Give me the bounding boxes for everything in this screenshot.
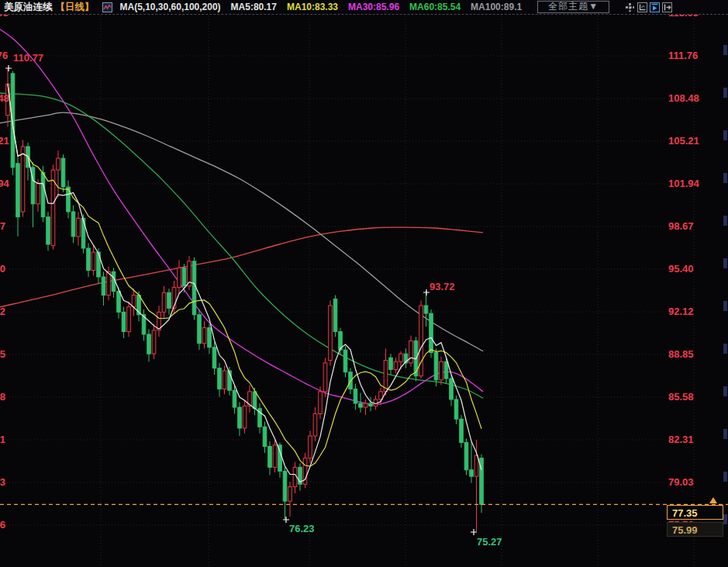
right-edge-tick <box>723 216 727 226</box>
swing-annotation: 75.27 <box>477 536 502 548</box>
axis-price-label: 95.40 <box>668 263 694 275</box>
axis-price-label: 85.58 <box>668 391 694 403</box>
price-up-arrow-icon <box>709 497 717 503</box>
right-edge-tick <box>723 258 727 268</box>
axis-price-label-clipped: 79.03 <box>0 476 5 489</box>
swing-annotation: 76.23 <box>289 523 315 534</box>
axis-price-label: 105.21 <box>668 135 699 147</box>
axis-price-label-clipped: 108.48 <box>0 92 5 105</box>
theme-select-button[interactable]: 全部主题▼ <box>537 1 609 13</box>
axis-price-label-clipped: 111.76 <box>0 50 5 62</box>
ma-line-ma200 <box>0 227 483 307</box>
right-edge-tick <box>723 45 727 55</box>
axis-price-label: 111.76 <box>668 50 698 62</box>
ma-value-label: MA100:89.1 <box>471 2 522 12</box>
axis-price-label: 98.67 <box>668 220 694 233</box>
right-edge-tick <box>723 88 727 98</box>
right-edge-tick <box>723 344 727 354</box>
axis-price-label-clipped: 98.67 <box>0 220 5 233</box>
axis-scale-icon[interactable] <box>637 2 647 12</box>
line-chart-icon[interactable] <box>102 2 112 12</box>
ma-value-label: MA60:85.54 <box>409 2 461 12</box>
ma-value-label: MA(5,10,30,60,100,200) <box>120 2 221 12</box>
pane-layout-icon[interactable] <box>625 2 635 12</box>
axis-price-label: 79.03 <box>668 476 694 489</box>
right-edge-tick <box>723 130 727 140</box>
exit-icon[interactable] <box>662 2 672 12</box>
axis-price-label-clipped: 105.21 <box>0 135 5 147</box>
drawing-flag-icon[interactable] <box>650 2 660 12</box>
chart-svg[interactable]: 110.7793.7276.2375.27 <box>0 0 728 567</box>
secondary-price-box: 75.99 <box>667 522 723 537</box>
ma-value-label: MA30:85.96 <box>348 2 399 12</box>
axis-price-label-clipped: 82.31 <box>0 434 5 446</box>
ma-legend: MA(5,10,30,60,100,200)MA5:80.17MA10:83.3… <box>120 2 523 12</box>
trading-chart-window: 美原油连续 【日线】 MA(5,10,30,60,100,200)MA5:80.… <box>0 0 728 567</box>
right-edge-tick <box>723 173 727 183</box>
period-tag: 【日线】 <box>56 1 95 14</box>
right-edge-tick <box>723 386 727 396</box>
axis-price-label-clipped: 95.40 <box>0 263 5 275</box>
current-price-box: 77.35 <box>667 505 723 520</box>
axis-price-label-clipped: 85.58 <box>0 391 5 403</box>
axis-price-label-clipped: 88.85 <box>0 348 5 361</box>
right-edge-tick <box>723 429 727 439</box>
right-edge-tick <box>723 472 727 482</box>
axis-price-label: 101.94 <box>668 178 699 190</box>
swing-annotation: 93.72 <box>430 281 455 292</box>
right-edge-tick <box>723 514 727 524</box>
ma-value-label: MA10:83.33 <box>287 2 338 12</box>
axis-price-label: 82.31 <box>668 434 694 446</box>
axis-price-label: 108.48 <box>668 92 699 105</box>
ma-value-label: MA5:80.17 <box>231 2 277 12</box>
axis-price-label-clipped: 92.12 <box>0 306 5 318</box>
axis-price-label-clipped: 75.76 <box>0 519 5 531</box>
toolbar-icon-group <box>625 2 672 12</box>
right-edge-tick <box>723 301 727 311</box>
axis-price-label: 88.85 <box>668 348 694 361</box>
instrument-title: 美原油连续 <box>4 1 53 14</box>
swing-annotation: 110.77 <box>13 52 43 64</box>
axis-price-label: 92.12 <box>668 306 694 318</box>
axis-price-label-clipped: 101.94 <box>0 178 5 190</box>
chart-toolbar: 美原油连续 【日线】 MA(5,10,30,60,100,200)MA5:80.… <box>0 0 728 15</box>
